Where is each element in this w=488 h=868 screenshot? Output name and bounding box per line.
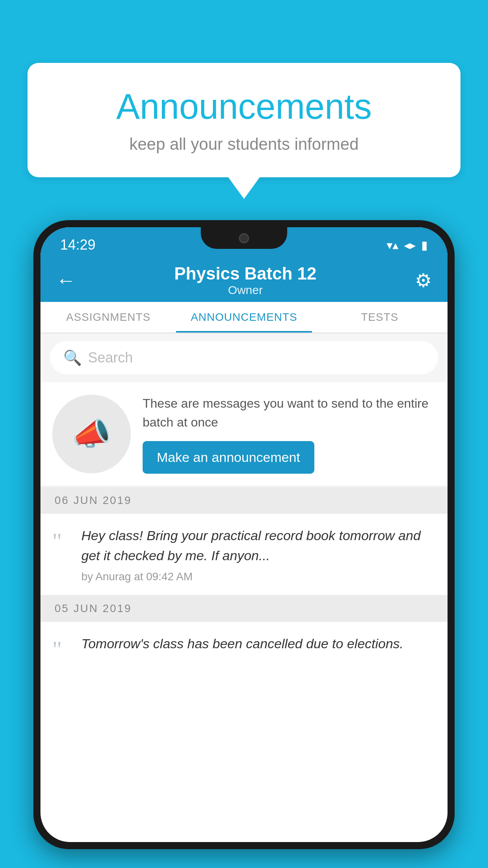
quote-icon-2: "	[52, 638, 72, 661]
speech-bubble-section: Announcements keep all your students inf…	[28, 63, 460, 199]
back-button[interactable]: ←	[56, 269, 76, 292]
phone-notch	[201, 227, 287, 249]
search-icon: 🔍	[63, 349, 82, 366]
announcement-item-1[interactable]: " Hey class! Bring your practical record…	[40, 514, 448, 595]
wifi-icon: ▾▴	[387, 238, 398, 252]
promo-right: These are messages you want to send to t…	[143, 394, 436, 474]
promo-icon-circle: 📣	[52, 395, 131, 473]
content-area: 🔍 Search 📣 These are messages you want t…	[40, 333, 448, 673]
megaphone-icon: 📣	[72, 416, 111, 452]
battery-icon: ▮	[421, 238, 428, 252]
header-subtitle: Owner	[174, 283, 317, 297]
speech-bubble-card: Announcements keep all your students inf…	[28, 63, 460, 177]
announcement-text-1: Hey class! Bring your practical record b…	[81, 526, 436, 566]
status-icons: ▾▴ ◂▸ ▮	[387, 238, 428, 252]
phone-outer: 14:29 ▾▴ ◂▸ ▮ ← Physics Batch 12 Owner ⚙…	[33, 220, 455, 849]
make-announcement-button[interactable]: Make an announcement	[143, 441, 314, 474]
camera-notch	[239, 233, 249, 243]
tab-assignments[interactable]: ASSIGNMENTS	[40, 302, 176, 333]
search-bar[interactable]: 🔍 Search	[50, 341, 438, 374]
phone-screen: 14:29 ▾▴ ◂▸ ▮ ← Physics Batch 12 Owner ⚙…	[40, 227, 448, 842]
bubble-subtitle: keep all your students informed	[59, 135, 429, 154]
date-separator-1: 06 JUN 2019	[40, 487, 448, 514]
announcement-content-1: Hey class! Bring your practical record b…	[81, 526, 436, 583]
announcement-text-2: Tomorrow's class has been cancelled due …	[81, 634, 436, 654]
app-header: ← Physics Batch 12 Owner ⚙	[40, 259, 448, 302]
header-title: Physics Batch 12	[174, 264, 317, 283]
announcement-meta-1: by Anurag at 09:42 AM	[81, 570, 436, 583]
announcement-content-2: Tomorrow's class has been cancelled due …	[81, 634, 436, 658]
header-center: Physics Batch 12 Owner	[174, 264, 317, 297]
tab-tests[interactable]: TESTS	[312, 302, 448, 333]
promo-box: 📣 These are messages you want to send to…	[40, 382, 448, 485]
promo-description: These are messages you want to send to t…	[143, 394, 436, 432]
gear-icon[interactable]: ⚙	[415, 269, 432, 291]
signal-icon: ◂▸	[404, 238, 416, 252]
tabs-bar: ASSIGNMENTS ANNOUNCEMENTS TESTS	[40, 302, 448, 333]
tab-announcements[interactable]: ANNOUNCEMENTS	[176, 302, 312, 333]
speech-bubble-tail	[228, 177, 260, 199]
status-time: 14:29	[60, 237, 95, 253]
date-separator-2: 05 JUN 2019	[40, 595, 448, 622]
bubble-title: Announcements	[59, 86, 429, 127]
search-placeholder-text: Search	[88, 349, 133, 366]
phone-mockup: 14:29 ▾▴ ◂▸ ▮ ← Physics Batch 12 Owner ⚙…	[33, 220, 455, 849]
quote-icon-1: "	[52, 530, 72, 553]
announcement-item-2[interactable]: " Tomorrow's class has been cancelled du…	[40, 622, 448, 673]
